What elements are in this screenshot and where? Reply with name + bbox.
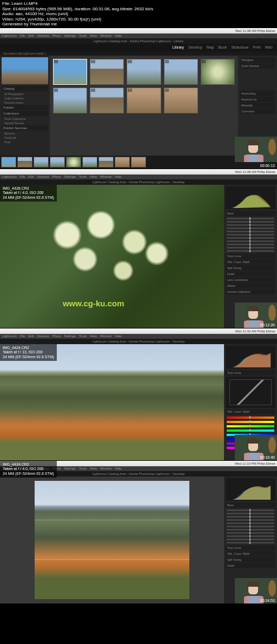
develop-loupe[interactable]: IMG_4424.CR2 Taken at f / 13, ISO 200 24… — [0, 344, 224, 460]
menu-develop[interactable]: Develop — [37, 175, 49, 178]
slider-temp[interactable] — [227, 509, 274, 511]
develop-loupe[interactable]: IMG_4428.CR2 Taken at f / 4.0, ISO 200 2… — [0, 185, 224, 328]
develop-loupe[interactable] — [0, 477, 224, 603]
slider-saturation[interactable] — [227, 542, 274, 544]
panel-split[interactable]: Split Toning — [226, 557, 275, 562]
grid-thumb[interactable]: 3 — [127, 59, 161, 85]
panel-catalog[interactable]: Catalog — [2, 86, 48, 91]
slider-shadows[interactable] — [227, 526, 274, 527]
menu-develop[interactable]: Develop — [37, 334, 49, 338]
app-menubar[interactable]: Lightroom File Edit Develop Photo Settin… — [0, 33, 277, 38]
photo-mountain-crop[interactable] — [35, 481, 190, 599]
slider-hue-orange[interactable] — [227, 421, 274, 423]
panel-folders[interactable]: Folders — [2, 105, 48, 110]
slider-contrast[interactable] — [227, 519, 274, 521]
module-slideshow[interactable]: Slideshow — [231, 45, 248, 49]
slider-contrast[interactable] — [227, 227, 274, 229]
app-menubar[interactable]: Lightroom File Edit Develop Photo Settin… — [0, 334, 277, 339]
slider-whites[interactable] — [227, 237, 274, 239]
slider-highlights[interactable] — [227, 522, 274, 524]
menu-tools[interactable]: Tools — [79, 34, 87, 37]
slider-blacks[interactable] — [227, 240, 274, 242]
panel-basic[interactable]: Basic — [226, 211, 275, 216]
panel-keywordlist[interactable]: Keyword List — [240, 97, 275, 102]
mobile-link[interactable]: Get started with Lightroom mobile » — [0, 51, 277, 56]
filmstrip-thumb[interactable] — [17, 157, 32, 167]
module-print[interactable]: Print — [253, 45, 260, 49]
panel-comments[interactable]: Comments — [240, 109, 275, 114]
menu-help[interactable]: Help — [115, 467, 121, 470]
menu-window[interactable]: Window — [100, 334, 111, 338]
module-book[interactable]: Book — [218, 45, 227, 49]
module-develop[interactable]: Develop — [188, 45, 202, 49]
slider-whites[interactable] — [227, 529, 274, 531]
grid-thumb[interactable]: 2 — [90, 59, 124, 85]
publish-item[interactable]: Flickr — [2, 140, 48, 144]
menu-help[interactable]: Help — [115, 34, 121, 37]
panel-split[interactable]: Split Toning — [226, 265, 275, 271]
slider-temp[interactable] — [227, 218, 274, 219]
menu-lightroom[interactable]: Lightroom — [2, 175, 17, 178]
module-web[interactable]: Web — [265, 45, 273, 49]
grid-thumb[interactable]: 6 — [53, 88, 87, 113]
panel-camera[interactable]: Camera Calibration — [226, 289, 275, 294]
panel-tonecurve[interactable]: Tone Curve — [226, 545, 275, 551]
menu-tools[interactable]: Tools — [79, 467, 87, 470]
histogram[interactable] — [226, 186, 275, 209]
histogram[interactable] — [226, 346, 275, 368]
menu-develop[interactable]: Develop — [37, 34, 49, 37]
panel-keywording[interactable]: Keywording — [240, 91, 275, 96]
menu-lightroom[interactable]: Lightroom — [2, 34, 17, 37]
menu-view[interactable]: View — [90, 175, 97, 178]
slider-tint[interactable] — [227, 513, 274, 514]
slider-vibrance[interactable] — [227, 247, 274, 249]
menu-view[interactable]: View — [90, 334, 97, 338]
panel-publish[interactable]: Publish Services — [2, 125, 48, 131]
panel-basic[interactable]: Basic — [226, 502, 275, 508]
menu-help[interactable]: Help — [115, 334, 121, 338]
menu-photo[interactable]: Photo — [52, 34, 61, 37]
navigator-preview[interactable] — [2, 57, 48, 84]
menu-edit[interactable]: Edit — [28, 334, 34, 338]
grid-thumb[interactable]: 4 — [164, 59, 198, 85]
menu-help[interactable]: Help — [115, 175, 121, 178]
slider-blacks[interactable] — [227, 532, 274, 534]
panel-tonecurve[interactable]: Tone Curve — [226, 370, 275, 375]
catalog-item[interactable]: Quick Collection — [2, 96, 48, 100]
grid-thumb[interactable]: 9 — [164, 88, 198, 113]
panel-metadata[interactable]: Metadata — [240, 103, 275, 108]
menu-lightroom[interactable]: Lightroom — [2, 334, 17, 338]
filmstrip-thumb[interactable] — [115, 157, 130, 167]
menu-photo[interactable]: Photo — [52, 175, 61, 178]
menu-settings[interactable]: Settings — [64, 334, 76, 338]
menu-edit[interactable]: Edit — [28, 175, 34, 178]
library-grid[interactable]: 1 2 3 4 5 6 7 8 9 — [50, 56, 238, 156]
slider-hue-green[interactable] — [227, 430, 274, 432]
menu-tools[interactable]: Tools — [79, 334, 87, 338]
collection-item[interactable]: Sample Pictures — [2, 121, 48, 125]
filmstrip-thumb[interactable] — [66, 157, 81, 167]
grid-thumb[interactable]: 5 — [201, 59, 235, 85]
slider-clarity[interactable] — [227, 535, 274, 537]
panel-effects[interactable]: Effects — [226, 283, 275, 289]
app-menubar[interactable]: Lightroom File Edit Develop Photo Settin… — [0, 175, 277, 179]
slider-saturation[interactable] — [227, 250, 274, 252]
panel-detail[interactable]: Detail — [226, 271, 275, 277]
menu-settings[interactable]: Settings — [64, 175, 76, 178]
panel-histogram[interactable]: Histogram — [240, 57, 275, 63]
filmstrip-thumb[interactable] — [98, 157, 114, 167]
menu-file[interactable]: File — [20, 34, 25, 37]
menu-settings[interactable]: Settings — [64, 467, 76, 470]
panel-hsl[interactable]: HSL / Color / B&W — [226, 409, 275, 414]
menu-tools[interactable]: Tools — [79, 175, 87, 178]
slider-tint[interactable] — [227, 221, 274, 223]
grid-thumb[interactable]: 1 — [53, 59, 87, 85]
module-library[interactable]: Library — [173, 45, 184, 49]
filmstrip-thumb[interactable] — [34, 157, 49, 167]
menu-window[interactable]: Window — [100, 175, 111, 178]
slider-exposure[interactable] — [227, 224, 274, 226]
menu-photo[interactable]: Photo — [52, 334, 61, 338]
panel-tonecurve[interactable]: Tone Curve — [226, 253, 275, 259]
slider-clarity[interactable] — [227, 244, 274, 245]
slider-highlights[interactable] — [227, 231, 274, 232]
